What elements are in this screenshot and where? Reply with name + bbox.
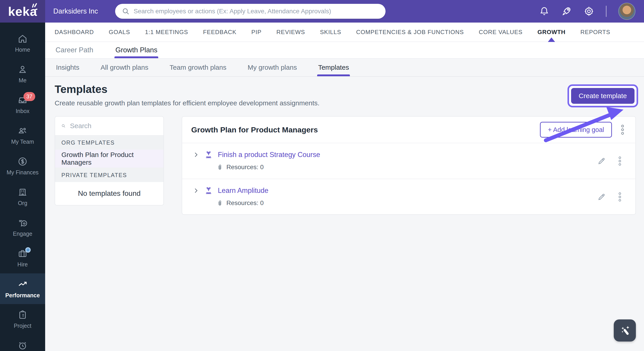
- sidebar-item-my-finances[interactable]: My Finances: [0, 151, 45, 181]
- tab-label: Templates: [318, 64, 349, 71]
- active-tab-underline: [317, 74, 350, 76]
- clipboard-icon: [18, 310, 28, 320]
- template-kebab-menu[interactable]: [619, 124, 626, 135]
- rocket-icon[interactable]: [561, 6, 572, 17]
- tab-insights[interactable]: Insights: [56, 59, 79, 76]
- tab-skills[interactable]: SKILLS: [320, 22, 341, 41]
- keka-logo-spark-icon: [32, 3, 39, 10]
- template-detail-panel: Growth Plan for Product Managers + Add l…: [182, 116, 636, 215]
- sidebar-item-label: Inbox: [16, 108, 29, 114]
- no-templates-message: No templates found: [55, 182, 164, 205]
- magic-wand-icon: [618, 324, 631, 337]
- private-templates-header: PRIVATE TEMPLATES: [55, 168, 164, 182]
- tab-goals[interactable]: GOALS: [109, 22, 130, 41]
- home-icon: [18, 34, 28, 44]
- tab-competencies-job-functions[interactable]: COMPETENCIES & JOB FUNCTIONS: [356, 22, 464, 41]
- company-name: Darksiders Inc: [53, 0, 98, 22]
- chevron-right-icon[interactable]: [192, 151, 199, 158]
- sidebar-item-performance[interactable]: Performance: [0, 273, 45, 304]
- tab-feedback[interactable]: FEEDBACK: [203, 22, 236, 41]
- kebab-icon[interactable]: [617, 192, 623, 202]
- templates-list-panel: ORG TEMPLATES Growth Plan for Product Ma…: [55, 116, 164, 206]
- sidebar-item-my-team[interactable]: My Team: [0, 120, 45, 151]
- create-template-highlight-ring: Create template: [568, 84, 638, 107]
- keka-logo[interactable]: keka: [0, 0, 45, 22]
- growth-sprout-icon: [204, 150, 213, 159]
- chevron-right-icon[interactable]: [192, 187, 199, 194]
- subtab-growth-plans[interactable]: Growth Plans: [115, 42, 157, 58]
- tab-label: All growth plans: [100, 64, 148, 71]
- tab-my-growth-plans[interactable]: My growth plans: [248, 59, 297, 76]
- sidebar-item-label: Hire: [18, 261, 28, 268]
- growth-subnav: Career Path Growth Plans: [45, 42, 644, 59]
- paperclip-icon: [216, 200, 223, 206]
- learning-goal-row: Finish a product Strategy Course Resourc…: [182, 143, 636, 179]
- settings-gear-icon[interactable]: [584, 6, 594, 16]
- tab-1-1-meetings[interactable]: 1:1 MEETINGS: [145, 22, 188, 41]
- notifications-bell-icon[interactable]: [539, 6, 550, 16]
- create-template-button[interactable]: Create template: [571, 88, 634, 104]
- user-avatar[interactable]: [618, 3, 636, 20]
- tab-reports[interactable]: REPORTS: [580, 22, 610, 41]
- tab-templates[interactable]: Templates: [318, 59, 349, 76]
- paperclip-icon: [216, 164, 223, 171]
- active-tab-indicator: [548, 37, 555, 42]
- tab-all-growth-plans[interactable]: All growth plans: [100, 59, 148, 76]
- tab-label: FEEDBACK: [203, 29, 236, 36]
- sidebar-item-label: My Finances: [6, 169, 38, 176]
- goal-title-link[interactable]: Learn Amplitude: [218, 187, 268, 195]
- alarm-clock-icon: [18, 341, 28, 351]
- kebab-icon[interactable]: [617, 156, 623, 166]
- top-bar: keka Darksiders Inc: [0, 0, 644, 22]
- templates-search[interactable]: [55, 117, 164, 136]
- inbox-badge: 37: [24, 92, 35, 101]
- edit-pencil-icon[interactable]: [598, 193, 606, 201]
- growth-sprout-icon: [204, 186, 213, 195]
- sidebar-item-label: Home: [15, 46, 30, 53]
- resources-count: Resources: 0: [226, 164, 264, 171]
- page-title: Templates: [55, 83, 108, 95]
- tab-label: REVIEWS: [276, 29, 305, 36]
- subtab-career-path[interactable]: Career Path: [56, 42, 93, 58]
- sidebar-item-me[interactable]: Me: [0, 59, 45, 89]
- global-search[interactable]: [115, 4, 386, 19]
- growth-plans-tabs: Insights All growth plans Team growth pl…: [45, 59, 644, 77]
- tab-reviews[interactable]: REVIEWS: [276, 22, 305, 41]
- tab-label: Team growth plans: [170, 64, 226, 71]
- sidebar-item-inbox[interactable]: 37 Inbox: [0, 89, 45, 120]
- magic-wand-assistant-button[interactable]: [614, 320, 636, 342]
- tab-label: REPORTS: [580, 29, 610, 36]
- hire-status-dot: [25, 247, 31, 253]
- tab-team-growth-plans[interactable]: Team growth plans: [170, 59, 226, 76]
- global-search-input[interactable]: [134, 8, 379, 15]
- tab-core-values[interactable]: CORE VALUES: [479, 22, 522, 41]
- template-list-item-selected[interactable]: Growth Plan for Product Managers: [55, 150, 164, 168]
- goal-title-link[interactable]: Finish a product Strategy Course: [218, 151, 320, 159]
- sidebar-item-hire[interactable]: Hire: [0, 243, 45, 273]
- tab-pip[interactable]: PIP: [252, 22, 262, 41]
- tab-growth[interactable]: GROWTH: [538, 22, 566, 41]
- sidebar-item-label: Org: [18, 200, 27, 206]
- templates-search-input[interactable]: [70, 122, 157, 130]
- sidebar-item-label: Performance: [6, 292, 40, 299]
- tab-label: COMPETENCIES & JOB FUNCTIONS: [356, 29, 464, 36]
- people-icon: [18, 126, 28, 136]
- sidebar-item-project[interactable]: Project: [0, 304, 45, 335]
- tab-label: Insights: [56, 64, 79, 71]
- template-detail-header: Growth Plan for Product Managers + Add l…: [182, 117, 636, 143]
- tab-label: 1:1 MEETINGS: [145, 29, 188, 36]
- tab-label: CORE VALUES: [479, 29, 522, 36]
- sidebar-item-engage[interactable]: Engage: [0, 212, 45, 243]
- edit-pencil-icon[interactable]: [598, 157, 606, 165]
- add-learning-goal-button[interactable]: + Add learning goal: [540, 122, 612, 138]
- building-icon: [18, 187, 28, 197]
- sidebar-item-org[interactable]: Org: [0, 181, 45, 212]
- main-area: DASHBOARD GOALS 1:1 MEETINGS FEEDBACK PI…: [45, 22, 644, 351]
- search-icon: [62, 122, 66, 130]
- tab-dashboard[interactable]: DASHBOARD: [55, 22, 94, 41]
- search-icon: [122, 7, 130, 15]
- sidebar-item-home[interactable]: Home: [0, 28, 45, 59]
- performance-nav-tabs: DASHBOARD GOALS 1:1 MEETINGS FEEDBACK PI…: [45, 22, 644, 42]
- org-templates-header: ORG TEMPLATES: [55, 136, 164, 150]
- sidebar-item-time-attend[interactable]: Time Attend: [0, 335, 45, 351]
